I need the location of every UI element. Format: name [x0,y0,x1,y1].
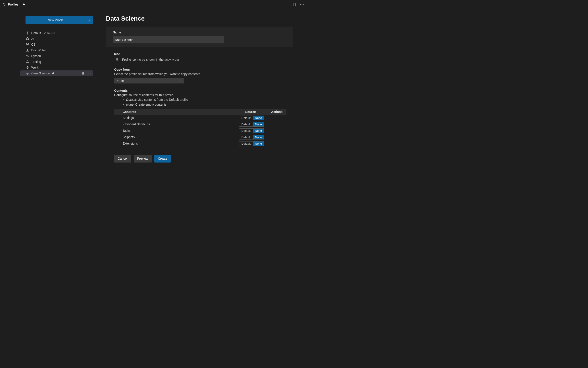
toggle-none[interactable]: None [253,129,264,133]
svg-point-14 [27,37,28,37]
chevron-down-icon [179,79,182,82]
profile-item-label: Doc Writer [31,48,46,52]
bolt-icon [26,66,29,69]
split-editor-icon[interactable] [293,2,297,6]
tab-profiles[interactable]: Profiles [0,0,28,9]
copy-from-value: None [116,79,124,83]
source-toggle[interactable]: Default None [239,141,264,146]
svg-point-6 [300,4,301,5]
dirty-indicator-icon [52,72,54,74]
profile-item-label: Testing [31,60,41,64]
svg-point-24 [88,73,88,74]
source-toggle[interactable]: Default None [239,116,264,120]
mic-icon [26,72,29,75]
contents-label: Contents [114,89,287,92]
table-row: Settings Default None [114,115,287,121]
svg-point-21 [28,61,28,62]
book-icon [26,48,29,52]
more-actions-icon[interactable] [300,2,304,6]
toggle-default[interactable]: Default [239,116,253,120]
toggle-none[interactable]: None [253,135,264,139]
name-label: Name [113,31,287,34]
profile-item-cs[interactable]: CS [20,42,93,47]
svg-point-25 [89,73,89,74]
svg-point-8 [303,4,304,5]
profile-item-label: Default [31,31,41,35]
gear-icon [26,31,29,35]
toggle-none[interactable]: None [253,141,264,146]
svg-point-19 [26,60,29,63]
toggle-none[interactable]: None [253,122,264,126]
profile-editor: Data Science Name Icon Profile icon to b… [99,9,307,194]
page-title: Data Science [106,15,293,22]
toggle-default[interactable]: Default [239,135,253,139]
profile-item-data-science[interactable]: Data Science [20,70,93,76]
tab-bar: Profiles [0,0,307,9]
icon-hint: Profile icon to be shown in the activity… [122,58,179,61]
table-row: Keyboard Shortcuts Default None [114,121,287,128]
svg-point-15 [27,44,28,45]
profile-item-testing[interactable]: Testing [20,59,93,65]
content-name: Keyboard Shortcuts [114,121,234,128]
name-input[interactable] [113,36,224,43]
source-toggle[interactable]: Default None [239,135,264,139]
footer-actions: Cancel Preview Create [106,147,293,163]
tab-title: Profiles [8,3,19,6]
svg-point-12 [28,39,28,39]
sliders-icon [2,3,6,6]
more-profile-icon[interactable] [87,72,91,75]
contents-bullets: Default: Use contents from the Default p… [114,97,287,107]
dirty-indicator-icon [23,4,25,5]
smile-icon [26,60,29,64]
profiles-sidebar: New Profile DefaultIn useAICSDoc WriterP… [0,9,99,194]
content-name: Extensions [114,140,234,147]
bullet: None: Create empty contents [126,102,287,107]
col-actions: Actions [267,109,287,115]
content-name: Tasks [114,128,234,134]
table-row: Snippets Default None [114,134,287,140]
profile-item-label: Data Science [31,72,50,75]
create-button[interactable]: Create [154,155,171,163]
table-row: Tasks Default None [114,128,287,134]
profile-item-ai[interactable]: AI [20,36,93,42]
icon-label: Icon [114,52,287,56]
toggle-default[interactable]: Default [239,129,253,133]
new-profile-button[interactable]: New Profile [26,16,93,24]
bullet: Default: Use contents from the Default p… [126,97,287,102]
in-use-badge: In use [43,31,55,35]
svg-point-26 [90,73,90,74]
profile-item-python[interactable]: Python [20,53,93,59]
svg-point-18 [27,55,27,55]
delete-profile-icon[interactable] [81,72,85,75]
copy-from-select[interactable]: None [114,78,184,83]
chevron-down-icon [88,18,91,22]
profile-item-work[interactable]: Work [20,65,93,70]
svg-point-20 [27,61,27,62]
robot-icon [26,37,29,40]
toggle-default[interactable]: Default [239,141,253,146]
svg-point-9 [27,33,28,33]
table-row: Extensions Default None [114,140,287,147]
preview-button[interactable]: Preview [134,155,152,163]
svg-point-1 [3,3,4,4]
source-toggle[interactable]: Default None [239,129,264,133]
profile-list: DefaultIn useAICSDoc WriterPythonTesting… [26,30,93,76]
toggle-default[interactable]: Default [239,122,253,126]
svg-point-7 [302,4,302,5]
new-profile-label[interactable]: New Profile [26,16,86,24]
shield-icon [26,43,29,46]
new-profile-dropdown[interactable] [86,16,93,24]
profile-icon-picker[interactable] [114,57,120,63]
svg-point-3 [4,5,5,5]
svg-rect-22 [27,72,28,74]
col-contents: Contents [114,109,234,115]
contents-desc: Configure source of contents for this pr… [114,93,287,97]
mic-icon [115,58,119,61]
profile-item-default[interactable]: DefaultIn use [20,30,93,36]
profile-item-doc-writer[interactable]: Doc Writer [20,47,93,53]
toggle-none[interactable]: None [253,116,264,120]
contents-table: Contents Source Actions Settings Default… [114,109,287,147]
cancel-button[interactable]: Cancel [114,155,131,163]
content-name: Settings [114,115,234,121]
source-toggle[interactable]: Default None [239,122,264,127]
